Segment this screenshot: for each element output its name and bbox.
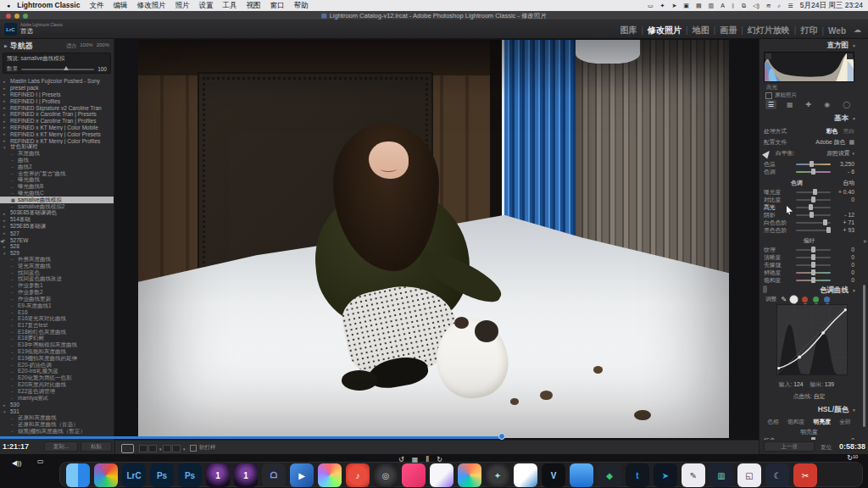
photo[interactable] — [138, 40, 729, 438]
crop-icon[interactable]: ▦ — [784, 100, 796, 109]
point-curve-row[interactable]: 点曲线: 自定 — [760, 392, 859, 401]
menu-item[interactable]: 编辑 — [113, 1, 127, 11]
preset-item[interactable]: – mamiya测试 — [0, 395, 114, 402]
treatment-color-button[interactable]: 彩色 — [826, 127, 838, 136]
preset-item[interactable]: – E19棚拍灰度曲线的延伸 — [0, 355, 114, 362]
slider-knob[interactable] — [823, 219, 827, 225]
search-icon[interactable]: ⌕ — [778, 3, 782, 9]
preset-item[interactable]: – E20-奶油色调 — [0, 362, 114, 369]
hsl-tab[interactable]: 全部 — [839, 418, 851, 426]
preset-item[interactable]: ▸ Mastin Labs Fujicolor Pushed - Sony — [0, 78, 114, 85]
preset-item[interactable]: – 还原和灰度曲线 — [0, 415, 114, 422]
preset-item[interactable]: ▸ 503E85基础课调色 — [0, 210, 114, 217]
preset-item[interactable]: – E19低饱和灰度曲线 — [0, 349, 114, 356]
preset-item[interactable]: ▸ REFINED x KT Merry | Color Profiles — [0, 137, 114, 144]
slider-track[interactable] — [796, 207, 831, 208]
progress-knob[interactable] — [498, 433, 505, 440]
preset-item[interactable]: ▸ REFINED x Caroline Tran | Presets — [0, 111, 114, 118]
expand-app-icon[interactable]: ◱ — [737, 463, 761, 487]
photoshop-icon[interactable]: Ps — [150, 463, 174, 487]
preset-item[interactable]: ▾ 531 — [0, 408, 114, 415]
wifi-icon[interactable]: ≋ — [766, 3, 771, 9]
module-tab[interactable]: 图库 — [620, 25, 637, 36]
zoom-level[interactable]: 适合 — [66, 42, 76, 50]
capture-one-icon[interactable]: 1 — [206, 463, 230, 487]
collapse-left-panel-icon[interactable]: ◂ — [0, 237, 3, 245]
clipboard-icon[interactable]: ⧉ — [742, 3, 746, 9]
preset-item[interactable]: – E16 — [0, 309, 114, 316]
reset-button[interactable]: 复位 — [821, 444, 832, 452]
slider-knob[interactable] — [811, 247, 815, 252]
module-tab[interactable]: 画册 — [709, 25, 737, 36]
preset-item[interactable]: – E17复古test — [0, 322, 114, 329]
capture-one-2-icon[interactable]: 1 — [234, 463, 258, 487]
preset-item[interactable]: – 灰度曲线 — [0, 151, 114, 158]
preset-item[interactable]: – 曝光曲线 — [0, 177, 114, 184]
preset-item[interactable]: ▾ 甘色彩课程 — [0, 144, 114, 151]
preset-item[interactable]: ▸ 527 — [0, 230, 114, 236]
input-source-icon[interactable]: A — [721, 3, 725, 8]
music-app-icon[interactable]: ♪ — [346, 463, 370, 487]
module-tab[interactable]: 打印 — [790, 25, 818, 36]
red-channel[interactable] — [802, 297, 808, 302]
slider-knob[interactable] — [811, 254, 815, 260]
slider-track[interactable] — [796, 257, 831, 258]
zoom-level[interactable]: 200% — [97, 42, 109, 50]
finder-icon[interactable] — [66, 463, 90, 487]
preset-item[interactable]: – 曝光曲线B — [0, 184, 114, 191]
collapse-right-panel-icon[interactable]: ▸ — [864, 237, 867, 245]
slider-value[interactable]: 0 — [834, 197, 854, 202]
soft-proofing-checkbox[interactable]: 软打样 — [190, 444, 216, 452]
users-icon[interactable]: ▥ — [709, 3, 715, 9]
zoom-level[interactable]: 100% — [80, 42, 92, 50]
pencil-edit-icon[interactable]: ✎ — [682, 463, 705, 487]
slider-row[interactable]: 黑色色阶 + 93 — [760, 226, 859, 234]
v-app-icon[interactable]: V — [542, 463, 565, 487]
final-cut-pro-icon[interactable]: ✦ — [486, 463, 509, 487]
slider-value[interactable]: - 6 — [834, 169, 854, 175]
slider-knob[interactable] — [811, 269, 815, 275]
module-tab[interactable]: 幻灯片放映 — [737, 25, 790, 36]
preset-item[interactable]: – 作业曲线更新 — [0, 296, 114, 302]
preset-item[interactable]: ▸ preset pack — [0, 85, 114, 92]
heal-icon[interactable]: ✚ — [804, 100, 815, 109]
checkbox-icon[interactable] — [190, 445, 197, 452]
slider-value[interactable]: 0 — [834, 277, 854, 283]
green-channel[interactable] — [813, 297, 819, 302]
twitter-icon[interactable]: t — [626, 463, 649, 487]
shadow-clipping-icon[interactable] — [765, 53, 771, 59]
preset-item[interactable]: – 逆光灰度曲线 — [0, 263, 114, 269]
preset-item[interactable]: – E18粉红色灰度曲线 — [0, 329, 114, 336]
histogram-panel-header[interactable]: 直方图▼ — [827, 41, 856, 51]
slider-knob[interactable] — [813, 189, 817, 195]
menubar-clock[interactable]: 5月24日 周三 23:24 — [800, 1, 863, 11]
menu-item[interactable]: Lightroom Classic — [17, 1, 80, 11]
slider-knob[interactable] — [810, 212, 814, 218]
amount-value[interactable]: 100 — [97, 66, 107, 72]
preset-item[interactable]: ▸ REFINED x KT Merry | Color Mobile — [0, 125, 114, 131]
module-tab[interactable]: 地图 — [682, 25, 709, 36]
slider-track[interactable] — [796, 280, 831, 281]
hsl-tab[interactable]: 明亮度 — [814, 418, 831, 426]
highlight-clipping-icon[interactable] — [847, 53, 853, 59]
menu-item[interactable]: 文件 — [89, 1, 103, 11]
histogram[interactable] — [764, 52, 854, 82]
show-original-checkbox[interactable]: 原始照片 — [765, 92, 797, 99]
preset-item[interactable]: ▾ 529 — [0, 250, 114, 257]
lightroom-classic-icon[interactable]: LrC — [122, 463, 146, 487]
navigator-disclosure-icon[interactable]: ▶ — [4, 43, 8, 48]
preset-item[interactable]: – 曝光曲线C — [0, 191, 114, 197]
display-icon[interactable]: ▭ — [37, 458, 44, 465]
slider-value[interactable]: + 0.40 — [834, 189, 854, 195]
wb-eyedropper-icon[interactable] — [762, 148, 772, 158]
hsl-tab[interactable]: 饱和度 — [787, 418, 804, 426]
tone-curve-toggle[interactable] — [763, 286, 767, 293]
slider-value[interactable]: 0 — [834, 247, 854, 252]
grid-icon[interactable]: ▤ — [696, 3, 702, 9]
slider-track[interactable] — [796, 164, 831, 165]
sync-badge[interactable]: ↻10 — [847, 454, 858, 462]
menu-item[interactable]: 照片 — [175, 1, 189, 11]
slider-knob[interactable] — [811, 262, 815, 268]
basic-panel-header[interactable]: 基本▼ — [834, 114, 856, 124]
red-app-icon[interactable] — [402, 463, 426, 487]
